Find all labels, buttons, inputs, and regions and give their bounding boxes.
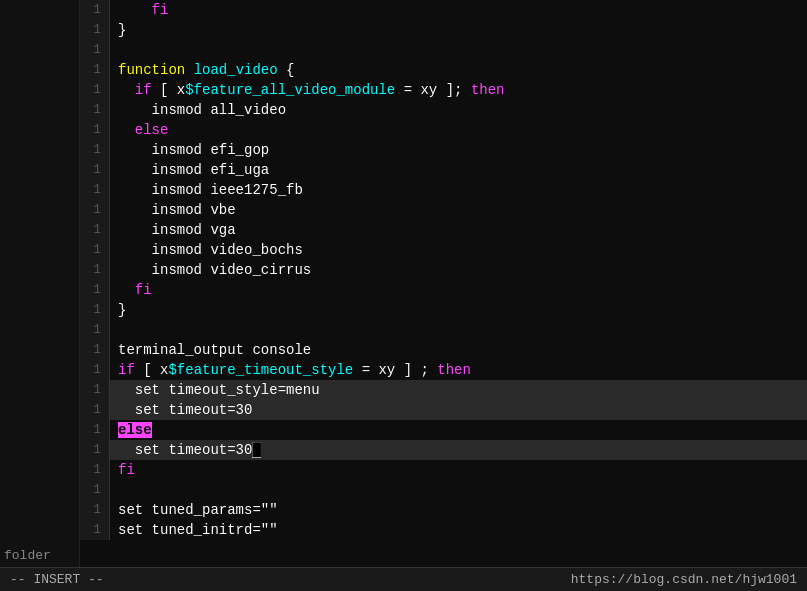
insert-mode-label: -- INSERT -- <box>10 572 104 587</box>
code-line: 1 insmod video_bochs <box>80 240 807 260</box>
code-line: 1 insmod efi_gop <box>80 140 807 160</box>
url-label: https://blog.csdn.net/hjw1001 <box>571 572 797 587</box>
code-line: 1 fi <box>80 0 807 20</box>
status-bar: -- INSERT -- https://blog.csdn.net/hjw10… <box>0 567 807 591</box>
code-line: 1 <box>80 320 807 340</box>
code-line: 1 terminal_output console <box>80 340 807 360</box>
code-line: 1 if [ x$feature_all_video_module = xy ]… <box>80 80 807 100</box>
code-line: 1 insmod video_cirrus <box>80 260 807 280</box>
code-line: 1 set tuned_params="" <box>80 500 807 520</box>
code-line: 1 else <box>80 420 807 440</box>
code-line: 1 insmod all_video <box>80 100 807 120</box>
code-line: 1 } <box>80 20 807 40</box>
code-line: 1 } <box>80 300 807 320</box>
code-line: 1 fi <box>80 460 807 480</box>
code-line: 1 if [ x$feature_timeout_style = xy ] ; … <box>80 360 807 380</box>
code-line: 1 else <box>80 120 807 140</box>
code-content: 1 fi 1 } 1 1 function load_video { 1 <box>80 0 807 567</box>
editor-area: folder 1 fi 1 } 1 1 function load <box>0 0 807 567</box>
code-line: 1 insmod vga <box>80 220 807 240</box>
code-line: 1 set timeout=30 <box>80 400 807 420</box>
code-line: 1 <box>80 40 807 60</box>
code-line: 1 insmod efi_uga <box>80 160 807 180</box>
code-line: 1 fi <box>80 280 807 300</box>
code-line: 1 set tuned_initrd="" <box>80 520 807 540</box>
main-editor[interactable]: 1 fi 1 } 1 1 function load_video { 1 <box>80 0 807 567</box>
folder-label: folder <box>4 548 79 563</box>
code-line: 1 set timeout_style=menu <box>80 380 807 400</box>
code-line: 1 function load_video { <box>80 60 807 80</box>
code-line: 1 insmod vbe <box>80 200 807 220</box>
code-line: 1 insmod ieee1275_fb <box>80 180 807 200</box>
code-line: 1 set timeout=30█ <box>80 440 807 460</box>
left-panel: folder <box>0 0 80 567</box>
code-line: 1 <box>80 480 807 500</box>
